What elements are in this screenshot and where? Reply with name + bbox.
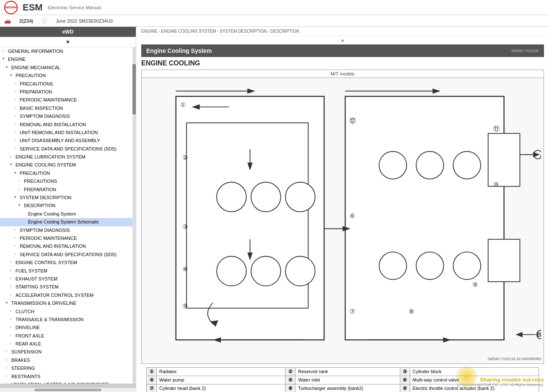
sidebar-item-unit-disassembly[interactable]: ›UNIT DISASSEMBLY AND ASSEMBLY (0, 137, 132, 145)
sidebar-item-transaxle[interactable]: ›TRANSAXLE & TRANSMISSION (0, 316, 132, 324)
sidebar-scrollbar[interactable] (132, 47, 136, 384)
sidebar-item-service-data[interactable]: ›SERVICE DATA AND SPECIFICATIONS (SDS) (0, 145, 132, 153)
sidebar-item-exhaust-system[interactable]: ›EXHAUST SYSTEM (0, 275, 132, 283)
tree-item-label: REAR AXLE (16, 341, 41, 347)
part-name-7: Cylinder head (bank 2) (157, 384, 285, 392)
sidebar-item-removal-installation[interactable]: ›REMOVAL AND INSTALLATION (0, 121, 132, 129)
sidebar-item-engine[interactable]: ▾ENGINE (0, 55, 132, 63)
sidebar-item-engine-cooling-system[interactable]: Engine Cooling System (0, 210, 132, 218)
sidebar-item-precaution2[interactable]: ▾PRECAUTION (0, 169, 132, 177)
tree-item-arrow: › (10, 309, 14, 314)
sidebar-scroll-thumb[interactable] (132, 64, 136, 114)
tree-item-arrow: › (14, 97, 18, 102)
part-num-9: ⑨ (400, 384, 410, 392)
diagram-reference: SIEMD-7162131-02-000380083 (144, 356, 541, 361)
sidebar-item-rear-axle[interactable]: ›REAR AXLE (0, 340, 132, 348)
sidebar-hscroll-thumb[interactable] (34, 389, 101, 391)
tree-item-label: ENGINE MECHANICAL (11, 65, 60, 71)
tree-item-label: PREPARATION (20, 89, 52, 95)
sidebar-item-basic-inspection[interactable]: ›BASIC INSPECTION (0, 104, 132, 112)
sidebar-item-fuel-system[interactable]: ›FUEL SYSTEM (0, 267, 132, 275)
svg-point-4 (251, 182, 281, 212)
sidebar-item-preparation[interactable]: ›PREPARATION (0, 88, 132, 96)
part-num-5: ⑤ (285, 376, 295, 384)
sidebar-item-symptom-diagnosis2[interactable]: ›SYMPTOM DIAGNOSIS (0, 226, 132, 234)
cooling-diagram-svg: A B ① ② ③ ④ ⑤ ⑫ ⑪ ⑩ (144, 80, 541, 356)
sidebar-item-general-info[interactable]: ›GENERAL INFORMATION (0, 47, 132, 55)
sidebar-item-service-data2[interactable]: ›SERVICE DATA AND SPECIFICATIONS (SDS) (0, 251, 132, 259)
sidebar-item-unit-removal-installation[interactable]: ›UNIT REMOVAL AND INSTALLATION (0, 129, 132, 137)
section-subtitle: ENGINE COOLING (141, 60, 544, 67)
sidebar-item-transmission[interactable]: ▾TRANSMISSION & DRIVELINE (0, 299, 132, 307)
sidebar-item-driveline[interactable]: ›DRIVELINE (0, 324, 132, 332)
tree-item-label: UNIT REMOVAL AND INSTALLATION (20, 130, 98, 136)
svg-rect-17 (488, 239, 520, 282)
esm-subtitle: Electronic Service Manual (48, 5, 101, 10)
tree-item-arrow: ▾ (18, 202, 23, 208)
tree-item-label: PRECAUTION (20, 170, 50, 177)
sidebar-item-periodic-maintenance[interactable]: ›PERIODIC MAINTENANCE (0, 96, 132, 104)
part-name-1: Radiator (157, 367, 285, 376)
sidebar-item-starting-system[interactable]: ›STARTING SYSTEM (0, 283, 132, 291)
tree-item-arrow: › (14, 122, 18, 127)
sidebar-collapse-arrow[interactable]: ▼ (0, 37, 136, 47)
tree-item-label: STARTING SYSTEM (16, 284, 59, 290)
sidebar-item-engine-cooling-schematic[interactable]: Engine Cooling System Schematic (0, 218, 132, 226)
svg-text:⑩: ⑩ (493, 181, 499, 188)
svg-point-14 (416, 252, 444, 280)
sidebar-item-symptom-diagnosis[interactable]: ›SYMPTOM DIAGNOSIS (0, 112, 132, 120)
sidebar-item-accelerator[interactable]: ›ACCELERATOR CONTROL SYSTEM (0, 291, 132, 299)
sidebar-item-suspension[interactable]: ›SUSPENSION (0, 348, 132, 356)
sidebar-item-clutch[interactable]: ›CLUTCH (0, 308, 132, 316)
part-num-4: ④ (147, 376, 157, 384)
esm-title: ESM (23, 2, 43, 13)
tree-item-label: REMOVAL AND INSTALLATION (20, 243, 86, 249)
sidebar-item-brakes[interactable]: ›BRAKES (0, 356, 132, 364)
sidebar-item-front-axle[interactable]: ›FRONT AXLE (0, 332, 132, 340)
sub-header: 🚗 Z(Z34) 📄 June 2022 SM23E00Z34U0 (0, 15, 549, 27)
tree-item-arrow: ▾ (14, 195, 18, 200)
sidebar-item-description[interactable]: ▾DESCRIPTION (0, 202, 132, 210)
part-num-6: ⑥ (400, 376, 410, 384)
tree-item-label: TRANSAXLE & TRANSMISSION (16, 317, 83, 323)
sidebar-item-preparation2[interactable]: ›PREPARATION (0, 186, 132, 194)
tree-item-label: PRECAUTIONS (20, 81, 53, 87)
sidebar-item-ventilation[interactable]: ›VENTILATION, HEATER & AIR CONDITIONER (0, 381, 132, 384)
svg-rect-9 (345, 96, 504, 340)
tree-item-label: DESCRIPTION (24, 202, 55, 209)
tree-item-label: PRECAUTIONS (24, 178, 57, 184)
section-header-title: Engine Cooling System (146, 47, 212, 54)
car-icon: 🚗 (4, 18, 11, 24)
sidebar-item-precaution[interactable]: ▾PRECAUTION (0, 72, 132, 80)
svg-point-13 (379, 252, 407, 280)
breadcrumb: ENGINE - ENGINE COOLING SYSTEM - SYSTEM … (136, 27, 549, 36)
tree-item-arrow: ▾ (6, 65, 10, 70)
sidebar-horizontal-scroll[interactable] (0, 388, 136, 392)
sidebar-item-engine-cooling[interactable]: ▾ENGINE COOLING SYSTEM (0, 161, 132, 169)
scroll-up-arrow[interactable]: ▲ (136, 36, 549, 44)
sidebar-item-engine-mechanical[interactable]: ▾ENGINE MECHANICAL (0, 64, 132, 72)
manual-ref-icon: 📄 (41, 18, 47, 23)
tree-item-arrow: › (14, 113, 18, 119)
sidebar-item-removal-installation2[interactable]: ›REMOVAL AND INSTALLATION (0, 242, 132, 250)
sidebar-item-system-description[interactable]: ▾SYSTEM DESCRIPTION (0, 194, 132, 202)
sidebar-tab[interactable]: eWD (0, 27, 136, 37)
tree-item-label: PREPARATION (24, 187, 56, 193)
sidebar-item-periodic-maintenance2[interactable]: ›PERIODIC MAINTENANCE (0, 234, 132, 242)
sidebar-item-restraints[interactable]: ›RESTRAINTS (0, 373, 132, 381)
tree-item-arrow: › (14, 146, 18, 151)
sidebar-item-steering[interactable]: ›STEERING (0, 364, 132, 372)
content-area: ENGINE - ENGINE COOLING SYSTEM - SYSTEM … (136, 27, 549, 392)
sidebar-item-engine-lubrication[interactable]: ›ENGINE LUBRICATION SYSTEM (0, 153, 132, 161)
sidebar-item-precautions[interactable]: ›PRECAUTIONS (0, 80, 132, 88)
svg-point-3 (217, 182, 246, 212)
sidebar-tree: ›GENERAL INFORMATION▾ENGINE▾ENGINE MECHA… (0, 47, 132, 384)
tree-item-arrow: › (6, 365, 10, 371)
svg-point-10 (379, 151, 407, 179)
tree-item-label: FUEL SYSTEM (16, 268, 47, 274)
sidebar-item-precautions2[interactable]: ›PRECAUTIONS (0, 177, 132, 185)
tree-item-label: ENGINE (8, 56, 26, 62)
tree-item-label: BRAKES (11, 357, 30, 363)
tree-item-arrow: › (10, 268, 14, 273)
sidebar-item-engine-control[interactable]: ›ENGINE CONTROL SYSTEM (0, 259, 132, 267)
